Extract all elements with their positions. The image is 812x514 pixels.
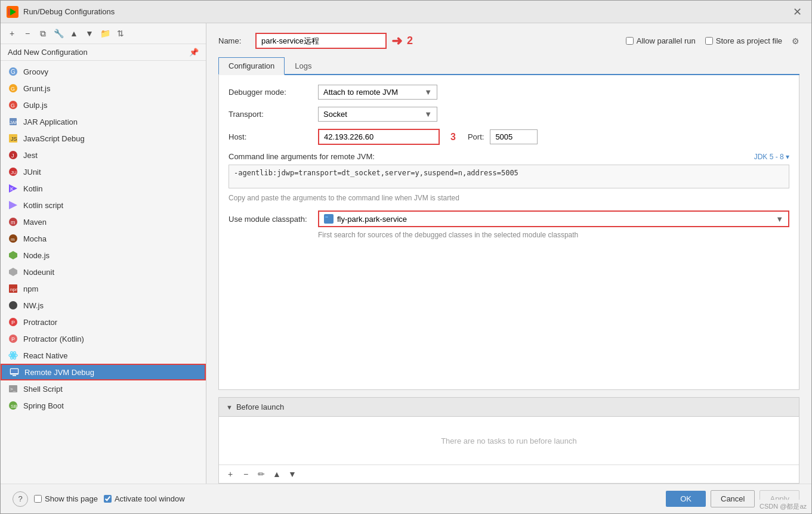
- cmd-textarea[interactable]: -agentlib:jdwp=transport=dt_socket,serve…: [229, 165, 789, 188]
- arrow-annotation-2: ➜: [391, 33, 402, 49]
- folder-button[interactable]: 📁: [98, 27, 112, 40]
- sidebar-item-label: NW.js: [23, 301, 44, 310]
- help-button[interactable]: ?: [13, 491, 28, 507]
- protractork-icon: P: [8, 333, 18, 344]
- name-input[interactable]: [255, 33, 387, 49]
- sidebar-item-label: Jest: [23, 151, 38, 160]
- sidebar-item-kotlin[interactable]: K Kotlin: [1, 180, 206, 197]
- grunt-icon: G: [8, 83, 18, 94]
- num-annotation-2: 2: [407, 35, 413, 47]
- sidebar-item-npm[interactable]: npm npm: [1, 280, 206, 297]
- sidebar-item-junit[interactable]: JU JUnit: [1, 163, 206, 180]
- sidebar-item-nodeunit[interactable]: Nodeunit: [1, 264, 206, 280]
- ok-button[interactable]: OK: [666, 491, 706, 507]
- svg-marker-23: [9, 251, 17, 259]
- module-dropdown-arrow[interactable]: ▼: [771, 215, 788, 224]
- tab-configuration[interactable]: Configuration: [218, 57, 285, 75]
- down-button[interactable]: ▼: [83, 27, 96, 40]
- sort-button[interactable]: ⇅: [114, 27, 127, 40]
- name-label: Name:: [218, 36, 249, 45]
- close-button[interactable]: ✕: [789, 4, 805, 20]
- sidebar-item-nwjs[interactable]: NW.js: [1, 297, 206, 314]
- before-launch-section: ▼ Before launch There are no tasks to ru…: [218, 397, 799, 484]
- sidebar-item-label: Grunt.js: [23, 84, 51, 93]
- sidebar-item-springboot[interactable]: SB Spring Boot: [1, 397, 206, 414]
- module-folder-icon: [324, 214, 334, 224]
- svg-point-27: [9, 301, 17, 309]
- before-launch-header[interactable]: ▼ Before launch: [219, 398, 799, 417]
- debugger-mode-value: Attach to remote JVM: [323, 88, 398, 97]
- sidebar-pin-icon[interactable]: 📌: [189, 48, 199, 57]
- sidebar-item-mocha[interactable]: m Mocha: [1, 230, 206, 247]
- module-value: fly-park.park-service: [337, 215, 407, 224]
- sidebar-item-nodejs[interactable]: Node.js: [1, 247, 206, 264]
- gear-icon[interactable]: ⚙: [792, 36, 799, 46]
- transport-row: Transport: Socket ▼: [229, 107, 789, 122]
- sidebar-item-gruntjs[interactable]: G Grunt.js: [1, 80, 206, 97]
- allow-parallel-checkbox[interactable]: [626, 37, 634, 45]
- transport-label: Transport:: [229, 110, 312, 119]
- cmd-label-row: Command line arguments for remote JVM: J…: [229, 152, 789, 161]
- jdk-version-selector[interactable]: JDK 5 - 8 ▾: [754, 153, 789, 161]
- add-button[interactable]: +: [5, 27, 18, 40]
- right-panel: Name: ➜ 2 Allow parallel run Store as pr…: [206, 23, 811, 484]
- activate-tool-text: Activate tool window: [115, 494, 185, 503]
- sidebar-item-remotejvm[interactable]: Remote JVM Debug: [1, 364, 206, 380]
- tab-logs[interactable]: Logs: [285, 57, 322, 75]
- store-project-label: Store as project file: [705, 36, 782, 45]
- store-project-checkbox[interactable]: [705, 37, 713, 45]
- up-button[interactable]: ▲: [67, 27, 81, 40]
- settings-button[interactable]: 🔧: [52, 27, 65, 40]
- bl-add-button[interactable]: +: [224, 467, 237, 481]
- sidebar-item-jar[interactable]: JAR JAR Application: [1, 113, 206, 130]
- svg-text:G: G: [11, 86, 15, 92]
- name-input-wrapper: ➜ 2: [255, 33, 620, 49]
- host-input[interactable]: [319, 130, 439, 144]
- svg-text:K: K: [10, 186, 14, 192]
- debugger-mode-dropdown[interactable]: Attach to remote JVM ▼: [318, 85, 437, 100]
- sidebar-item-protractork[interactable]: P Protractor (Kotlin): [1, 330, 206, 347]
- sidebar-item-shellscript[interactable]: >_ Shell Script: [1, 380, 206, 397]
- svg-rect-38: [13, 375, 16, 376]
- remove-button[interactable]: −: [21, 27, 34, 40]
- sidebar-item-label: Maven: [23, 218, 47, 227]
- sidebar-item-label: JAR Application: [23, 117, 78, 126]
- activate-tool-checkbox[interactable]: [104, 495, 112, 503]
- sidebar-item-protractor[interactable]: P Protractor: [1, 314, 206, 330]
- svg-marker-18: [9, 201, 17, 209]
- module-hint: First search for sources of the debugged…: [318, 231, 789, 239]
- name-row: Name: ➜ 2 Allow parallel run Store as pr…: [218, 33, 799, 49]
- bl-edit-button[interactable]: ✏: [255, 467, 268, 481]
- sidebar-toolbar: + − ⧉ 🔧 ▲ ▼ 📁 ⇅: [1, 23, 206, 44]
- sidebar-item-gulpjs[interactable]: G Gulp.js: [1, 97, 206, 113]
- transport-dropdown[interactable]: Socket ▼: [318, 107, 437, 122]
- module-dropdown[interactable]: fly-park.park-service: [319, 212, 771, 226]
- cancel-button[interactable]: Cancel: [711, 490, 755, 507]
- svg-text:npm: npm: [10, 287, 18, 292]
- bl-remove-button[interactable]: −: [239, 467, 252, 481]
- sidebar-item-groovy[interactable]: G Groovy: [1, 63, 206, 80]
- show-page-checkbox[interactable]: [34, 495, 42, 503]
- nodeunit-icon: [8, 267, 18, 277]
- sidebar-item-label: Kotlin: [23, 184, 43, 193]
- show-page-text: Show this page: [45, 494, 98, 503]
- bl-up-button[interactable]: ▲: [270, 467, 283, 481]
- sidebar-item-jsdebug[interactable]: JS JavaScript Debug: [1, 130, 206, 147]
- sidebar-item-reactnative[interactable]: React Native: [1, 347, 206, 364]
- sidebar-item-jest[interactable]: J Jest: [1, 147, 206, 163]
- sidebar: + − ⧉ 🔧 ▲ ▼ 📁 ⇅ Add New Configuration 📌: [1, 23, 206, 484]
- transport-arrow: ▼: [424, 110, 432, 119]
- sidebar-item-kotlinscript[interactable]: Kotlin script: [1, 197, 206, 213]
- svg-marker-24: [9, 268, 17, 276]
- junit-icon: JU: [8, 166, 18, 177]
- copy-button[interactable]: ⧉: [36, 27, 50, 40]
- module-label: Use module classpath:: [229, 215, 312, 224]
- sidebar-item-label: Gulp.js: [23, 101, 47, 110]
- svg-text:m: m: [11, 219, 16, 225]
- svg-text:JS: JS: [11, 136, 17, 142]
- sidebar-item-maven[interactable]: m Maven: [1, 213, 206, 230]
- bl-down-button[interactable]: ▼: [286, 467, 299, 481]
- allow-parallel-label: Allow parallel run: [626, 36, 696, 45]
- port-input[interactable]: [490, 129, 538, 144]
- svg-text:G: G: [11, 69, 16, 75]
